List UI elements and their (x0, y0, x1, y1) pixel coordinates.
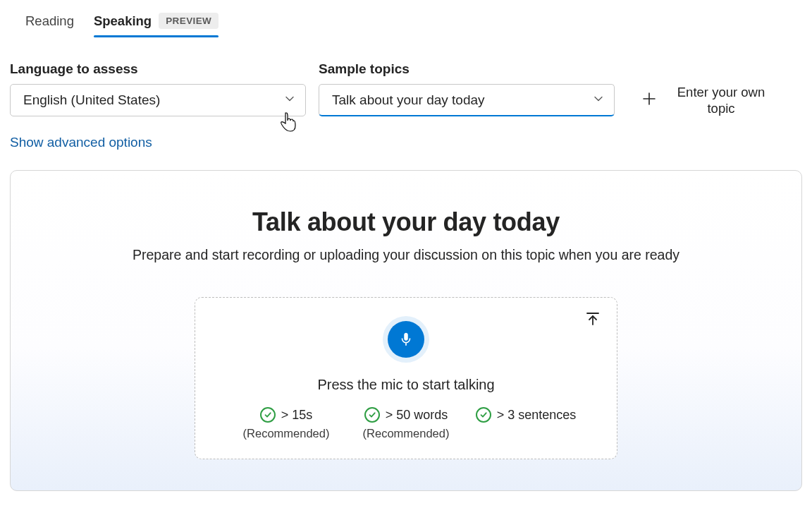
language-group: Language to assess English (United State… (10, 61, 306, 116)
chevron-down-icon (284, 92, 295, 108)
language-selected-value: English (United States) (23, 92, 160, 108)
press-mic-text: Press the mic to start talking (215, 377, 597, 393)
criterion-text: > 15s (281, 408, 313, 423)
language-select[interactable]: English (United States) (10, 84, 306, 116)
check-icon (476, 407, 491, 423)
tab-reading-label: Reading (25, 13, 74, 29)
controls-row: Language to assess English (United State… (10, 61, 802, 116)
tab-reading[interactable]: Reading (25, 9, 74, 36)
criterion-sub: (Recommended) (243, 427, 330, 440)
criterion-sub: (Recommended) (363, 427, 450, 440)
enter-own-topic-button[interactable]: Enter your own topic (641, 84, 780, 116)
topic-label: Sample topics (319, 61, 615, 77)
criterion-words: > 50 words (Recommended) (353, 407, 459, 440)
criterion-text: > 50 words (386, 408, 448, 423)
check-icon (260, 407, 276, 423)
criterion-text: > 3 sentences (497, 408, 577, 423)
upload-button[interactable] (584, 310, 601, 330)
tab-speaking-label: Speaking (94, 13, 152, 29)
criterion-duration: > 15s (Recommended) (233, 407, 339, 440)
preview-badge: PREVIEW (159, 13, 219, 29)
chevron-down-icon (593, 92, 604, 108)
mic-wrap (215, 316, 597, 363)
topic-selected-value: Talk about your day today (332, 92, 485, 108)
plus-icon (641, 91, 657, 109)
enter-own-label: Enter your own topic (668, 84, 774, 116)
card-subtitle: Prepare and start recording or uploading… (27, 247, 785, 263)
criterion-sentences: > 3 sentences (473, 407, 579, 427)
advanced-link-text: Show advanced options (10, 135, 152, 150)
mic-icon (398, 332, 414, 347)
recording-box: Press the mic to start talking > 15s (Re… (195, 297, 617, 459)
assessment-card: Talk about your day today Prepare and st… (10, 170, 802, 491)
topic-group: Sample topics Talk about your day today (319, 61, 615, 116)
tab-speaking[interactable]: Speaking PREVIEW (94, 8, 219, 36)
mic-outer (383, 316, 429, 363)
language-label: Language to assess (10, 61, 306, 77)
mic-button[interactable] (388, 321, 424, 358)
card-title: Talk about your day today (27, 207, 785, 237)
show-advanced-options-link[interactable]: Show advanced options (10, 135, 802, 150)
check-icon (364, 407, 380, 423)
topic-select[interactable]: Talk about your day today (319, 84, 615, 116)
criteria-row: > 15s (Recommended) > 50 words (Recommen… (215, 407, 597, 440)
tabs: Reading Speaking PREVIEW (10, 8, 802, 39)
